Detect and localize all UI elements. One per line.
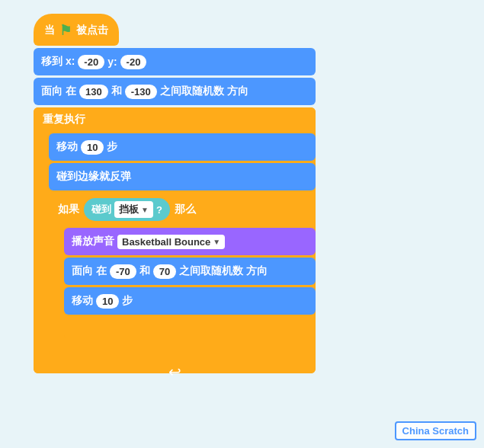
sensing-question: ? [156,204,162,216]
face-label3: 和 [111,85,122,98]
move-to-block[interactable]: 移到 x: -20 y: -20 [34,48,316,75]
repeat-header[interactable]: 重复执行 [34,107,316,132]
move-val[interactable]: 10 [81,140,104,155]
face2-label1: 面向 [72,264,93,278]
face2-label3: 和 [139,264,150,278]
face2-val2[interactable]: 70 [153,264,176,279]
if-body: 播放声音 Basketball Bounce ▼ 面向 在 -70 和 70 之 [64,226,316,342]
flag-icon: ⚑ [59,22,72,39]
sensing-dropdown-label: 挡板 [119,203,139,216]
y-value[interactable]: -20 [120,55,147,69]
move2-label2: 步 [122,294,133,308]
face-label5: 方向 [227,85,248,98]
hat-block[interactable]: 当 ⚑ 被点击 [34,14,119,46]
hat-label2: 被点击 [76,24,108,37]
watermark-text: China Scratch [402,425,469,437]
sound-dropdown[interactable]: Basketball Bounce ▼ [117,235,225,249]
empty-block [64,317,316,338]
face2-label5: 方向 [246,264,268,278]
move-steps2-block[interactable]: 移动 10 步 [64,287,316,315]
repeat-block: 重复执行 移动 10 步 碰到边缘就反弹 如果 碰到 挡板 [34,107,316,373]
face2-val1[interactable]: -70 [110,264,136,279]
face-label1: 面向 [41,85,63,98]
repeat-label: 重复执行 [43,113,85,126]
move-steps-block[interactable]: 移动 10 步 [49,133,316,161]
repeat-body: 移动 10 步 碰到边缘就反弹 如果 碰到 挡板 ▼ [49,132,316,360]
play-sound-label: 播放声音 [72,235,114,248]
face2-label4: 之间取随机数 [179,264,243,278]
move-label1: 移动 [56,140,78,154]
bounce-label: 碰到边缘就反弹 [56,170,131,184]
move-label2: 步 [107,140,117,154]
x-value[interactable]: -20 [78,55,104,69]
face-direction2-block[interactable]: 面向 在 -70 和 70 之间取随机数 方向 [64,258,316,285]
play-sound-block[interactable]: 播放声音 Basketball Bounce ▼ [64,228,316,255]
if-block: 如果 碰到 挡板 ▼ ? 那么 播放声音 [49,193,316,356]
hat-label1: 当 [44,24,55,37]
repeat-footer: ↩ [34,360,316,373]
sensing-block[interactable]: 碰到 挡板 ▼ ? [84,198,170,221]
sound-arrow-icon: ▼ [213,238,220,246]
face-direction-block[interactable]: 面向 在 130 和 -130 之间取随机数 方向 [34,78,316,105]
bounce-block[interactable]: 碰到边缘就反弹 [49,163,316,190]
face2-label2: 在 [96,264,107,278]
if-header[interactable]: 如果 碰到 挡板 ▼ ? 那么 [49,193,316,226]
dropdown-arrow-icon: ▼ [141,206,149,214]
sound-name: Basketball Bounce [122,236,210,248]
if-label3: 那么 [175,203,196,216]
sensing-dropdown[interactable]: 挡板 ▼ [114,201,153,218]
y-label: y: [107,56,117,68]
if-label1: 如果 [58,203,79,216]
watermark: China Scratch [395,421,476,440]
move2-val[interactable]: 10 [96,294,119,309]
scratch-program: 当 ⚑ 被点击 移到 x: -20 y: -20 面向 在 130 和 -130… [34,14,316,376]
face-label4: 之间取随机数 [160,85,224,98]
move2-label1: 移动 [72,294,93,308]
move-to-label: 移到 x: [41,55,75,69]
sensing-label2: 碰到 [91,203,111,216]
return-arrow: ↩ [34,360,316,384]
if-footer [49,342,316,356]
face-val1[interactable]: 130 [79,85,108,99]
face-label2: 在 [66,85,76,98]
face-val2[interactable]: -130 [125,85,157,99]
